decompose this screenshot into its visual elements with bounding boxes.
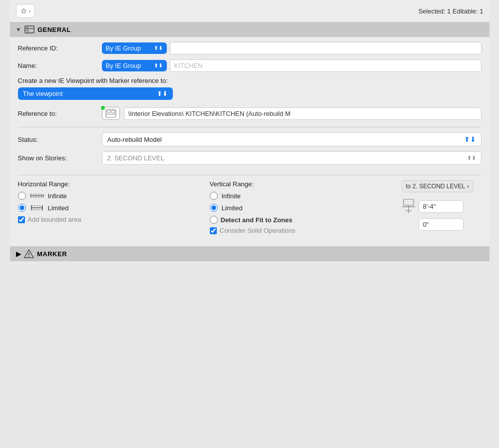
horizontal-limited-row: Limited bbox=[18, 204, 210, 212]
reference-id-controls: By IE Group ⬆⬇ bbox=[102, 42, 482, 54]
reference-to-row: Reference to: \Interior Elevations\ KITC… bbox=[18, 107, 482, 120]
vertical-bottom-value[interactable]: 0" bbox=[419, 218, 464, 231]
show-on-stories-row: Show on Stories: 2. SECOND LEVEL ⬆⬇ bbox=[18, 151, 482, 165]
status-dropdown[interactable]: Auto-rebuild Model ⬆⬇ bbox=[102, 132, 482, 146]
marker-section-icon bbox=[24, 249, 34, 258]
name-dropdown-arrows-icon: ⬆⬇ bbox=[154, 62, 163, 69]
marker-toggle-icon: ▶ bbox=[16, 250, 21, 258]
to-level-chevron-icon: › bbox=[467, 183, 469, 190]
horizontal-limited-radio[interactable] bbox=[18, 204, 26, 212]
horizontal-range-col: Horizontal Range: Infinite bbox=[18, 180, 210, 226]
selected-info: Selected: 1 Editable: 1 bbox=[418, 7, 483, 15]
horizontal-infinite-icon bbox=[30, 192, 44, 200]
add-bounded-area-checkbox[interactable] bbox=[18, 216, 25, 223]
star-icon: ☆ bbox=[20, 6, 27, 15]
consider-solid-row: Consider Solid Operations bbox=[210, 227, 296, 234]
general-form-body: Reference ID: By IE Group ⬆⬇ Name: By IE… bbox=[10, 37, 490, 175]
reference-id-label: Reference ID: bbox=[18, 44, 98, 52]
name-controls: By IE Group ⬆⬇ KITCHEN bbox=[102, 59, 482, 72]
range-columns: Horizontal Range: Infinite bbox=[18, 180, 482, 237]
general-section-title: GENERAL bbox=[37, 26, 71, 33]
star-button[interactable]: ☆ › bbox=[16, 4, 35, 18]
name-row: Name: By IE Group ⬆⬇ KITCHEN bbox=[18, 59, 482, 72]
bottom-value-row: 0" bbox=[402, 218, 464, 231]
viewpoint-label: Create a new IE Viewpoint with Marker re… bbox=[18, 77, 482, 84]
reference-to-label: Reference to: bbox=[18, 110, 98, 117]
vertical-top-value[interactable]: 8'-4" bbox=[419, 200, 464, 213]
status-label: Status: bbox=[18, 136, 98, 143]
to-level-label: to 2. SECOND LEVEL bbox=[406, 183, 466, 190]
detect-fit-zones-label: Detect and Fit to Zones bbox=[221, 216, 293, 224]
top-bar: ☆ › Selected: 1 Editable: 1 bbox=[10, 0, 490, 22]
show-on-stories-dropdown[interactable]: 2. SECOND LEVEL ⬆⬇ bbox=[102, 151, 482, 165]
vertical-limited-radio[interactable] bbox=[210, 204, 218, 212]
marker-section-title: MARKER bbox=[37, 250, 67, 258]
reference-id-input[interactable] bbox=[170, 42, 482, 54]
main-panel: ☆ › Selected: 1 Editable: 1 ▼ GENERAL Re… bbox=[10, 0, 490, 261]
status-row: Status: Auto-rebuild Model ⬆⬇ bbox=[18, 132, 482, 146]
show-on-stories-label: Show on Stories: bbox=[18, 154, 98, 162]
add-bounded-area-label: Add bounded area bbox=[28, 216, 81, 223]
status-controls: Auto-rebuild Model ⬆⬇ bbox=[102, 132, 482, 146]
stories-arrows-icon: ⬆⬇ bbox=[467, 155, 476, 161]
vertical-range-title: Vertical Range: bbox=[210, 180, 402, 188]
detect-fit-zones-row: Detect and Fit to Zones bbox=[210, 216, 296, 224]
vertical-infinite-radio[interactable] bbox=[210, 192, 218, 200]
vertical-infinite-label: Infinite bbox=[222, 192, 241, 200]
add-bounded-area-row: Add bounded area bbox=[18, 216, 210, 223]
horizontal-limited-icon bbox=[30, 204, 44, 212]
chevron-right-icon: › bbox=[29, 8, 30, 14]
vertical-limited-label: Limited bbox=[222, 204, 243, 212]
horizontal-limited-label: Limited bbox=[48, 204, 69, 212]
vertical-range-inner: Infinite Limited Detect and Fit to Zones bbox=[210, 192, 402, 237]
general-section-header[interactable]: ▼ GENERAL bbox=[10, 22, 490, 37]
reference-icon-button[interactable] bbox=[102, 107, 120, 120]
vertical-limited-row: Limited bbox=[210, 204, 296, 212]
vertical-range-options: Infinite Limited Detect and Fit to Zones bbox=[210, 192, 296, 237]
name-dropdown[interactable]: By IE Group ⬆⬇ bbox=[102, 60, 167, 71]
name-label: Name: bbox=[18, 62, 98, 69]
svg-rect-13 bbox=[404, 199, 414, 205]
vertical-values-col: to 2. SECOND LEVEL › 8'-4" 0" bbox=[402, 180, 482, 231]
horizontal-infinite-row: Infinite bbox=[18, 192, 210, 200]
viewpoint-row: Create a new IE Viewpoint with Marker re… bbox=[18, 77, 482, 100]
show-on-stories-controls: 2. SECOND LEVEL ⬆⬇ bbox=[102, 151, 482, 165]
name-input[interactable]: KITCHEN bbox=[170, 59, 482, 72]
range-section: Horizontal Range: Infinite bbox=[10, 175, 490, 242]
general-section-icon bbox=[24, 25, 34, 34]
divider-1 bbox=[18, 127, 482, 127]
vertical-infinite-row: Infinite bbox=[210, 192, 296, 200]
status-arrows-icon: ⬆⬇ bbox=[464, 135, 476, 143]
viewpoint-dropdown[interactable]: The viewpoint ⬆⬇ bbox=[18, 87, 173, 100]
horizontal-infinite-radio[interactable] bbox=[18, 192, 26, 200]
reference-to-input[interactable]: \Interior Elevations\ KITCHEN\KITCHEN (A… bbox=[124, 107, 482, 120]
horizontal-range-title: Horizontal Range: bbox=[18, 180, 210, 188]
elevation-icon bbox=[402, 198, 416, 214]
svg-point-19 bbox=[28, 256, 29, 257]
consider-solid-checkbox[interactable] bbox=[210, 227, 217, 234]
to-level-button[interactable]: to 2. SECOND LEVEL › bbox=[402, 180, 474, 192]
marker-section-header[interactable]: ▶ MARKER bbox=[10, 246, 490, 261]
top-value-row: 8'-4" bbox=[402, 198, 464, 214]
reference-id-dropdown[interactable]: By IE Group ⬆⬇ bbox=[102, 42, 167, 54]
detect-fit-zones-radio[interactable] bbox=[210, 216, 218, 224]
reference-id-row: Reference ID: By IE Group ⬆⬇ bbox=[18, 42, 482, 54]
horizontal-infinite-label: Infinite bbox=[48, 192, 67, 200]
consider-solid-label: Consider Solid Operations bbox=[220, 227, 296, 234]
general-toggle-icon: ▼ bbox=[16, 26, 21, 32]
vertical-range-col: Vertical Range: Infinite Limited bbox=[210, 180, 402, 237]
green-dot-indicator bbox=[101, 106, 105, 110]
viewpoint-arrows-icon: ⬆⬇ bbox=[157, 90, 168, 97]
dropdown-arrows-icon: ⬆⬇ bbox=[154, 45, 163, 51]
ref-icon-container bbox=[102, 107, 120, 120]
